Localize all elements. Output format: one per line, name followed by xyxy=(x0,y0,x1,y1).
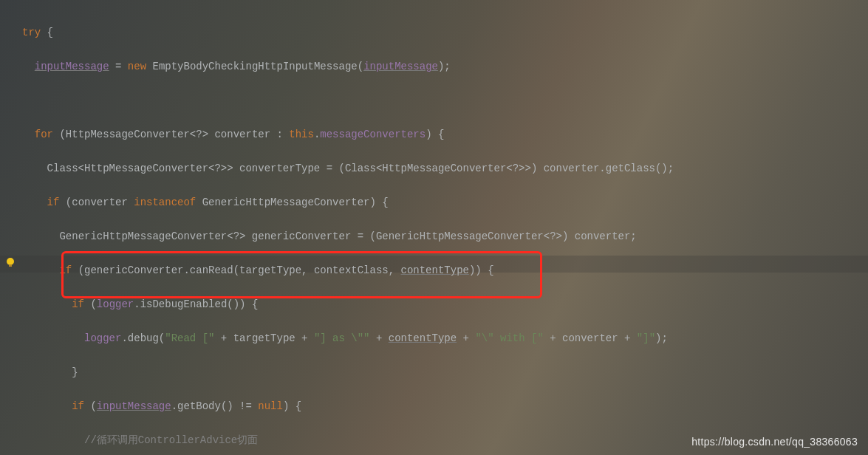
code-editor[interactable]: try { inputMessage = new EmptyBodyChecki… xyxy=(0,0,868,455)
keyword-this: this xyxy=(289,129,314,140)
text: + xyxy=(457,332,475,344)
var-inputMessage: inputMessage xyxy=(35,61,109,72)
string-literal: "Read [" xyxy=(165,332,214,344)
var-contentType: contentType xyxy=(401,264,469,276)
text: ); xyxy=(438,61,451,72)
keyword-try: try xyxy=(22,27,41,38)
field-messageConverters: messageConverters xyxy=(320,129,426,140)
text: .isDebugEnabled()) { xyxy=(134,298,258,310)
brace: } xyxy=(72,366,78,378)
text: GenericHttpMessageConverter) { xyxy=(196,196,388,208)
string-literal: "\" with [" xyxy=(475,332,543,344)
text: .debug( xyxy=(121,332,165,344)
text: ); xyxy=(655,332,668,344)
text: EmptyBodyCheckingHttpInputMessage( xyxy=(146,61,363,72)
keyword-new: new xyxy=(128,61,146,72)
code-line: Class<HttpMessageConverter<?>> converter… xyxy=(47,162,674,174)
text: ) { xyxy=(283,400,301,412)
text: + targetType + xyxy=(214,332,313,344)
var-inputMessage: inputMessage xyxy=(363,61,438,72)
field-logger: logger xyxy=(97,298,134,310)
var-inputMessage: inputMessage xyxy=(97,400,171,412)
keyword-for: for xyxy=(35,129,53,140)
code-line: GenericHttpMessageConverter<?> genericCo… xyxy=(59,230,636,242)
string-literal: "]" xyxy=(637,332,655,344)
keyword-null: null xyxy=(258,400,283,412)
keyword-instanceof: instanceof xyxy=(134,196,196,208)
field-logger: logger xyxy=(84,332,121,344)
text: (HttpMessageConverter<?> converter : xyxy=(53,129,289,140)
text: ( xyxy=(84,400,97,412)
text: ) { xyxy=(426,129,444,140)
text: ( xyxy=(84,298,97,310)
text: .getBody() != xyxy=(171,400,259,412)
keyword-if: if xyxy=(59,264,72,276)
keyword-if: if xyxy=(72,298,84,310)
comment: //循环调用ControllerAdvice切面 xyxy=(84,434,258,446)
text: (converter xyxy=(59,196,134,208)
text: )) { xyxy=(469,264,494,276)
keyword-if: if xyxy=(47,196,60,208)
var-contentType: contentType xyxy=(389,332,457,344)
text: + xyxy=(370,332,389,344)
text: (genericConverter.canRead(targetType, co… xyxy=(72,264,400,276)
text: = xyxy=(109,61,128,72)
text: + converter + xyxy=(544,332,637,344)
watermark-text: https://blog.csdn.net/qq_38366063 xyxy=(691,436,858,448)
keyword-if: if xyxy=(72,400,84,412)
text: { xyxy=(41,27,53,38)
string-literal: "] as \"" xyxy=(314,332,370,344)
